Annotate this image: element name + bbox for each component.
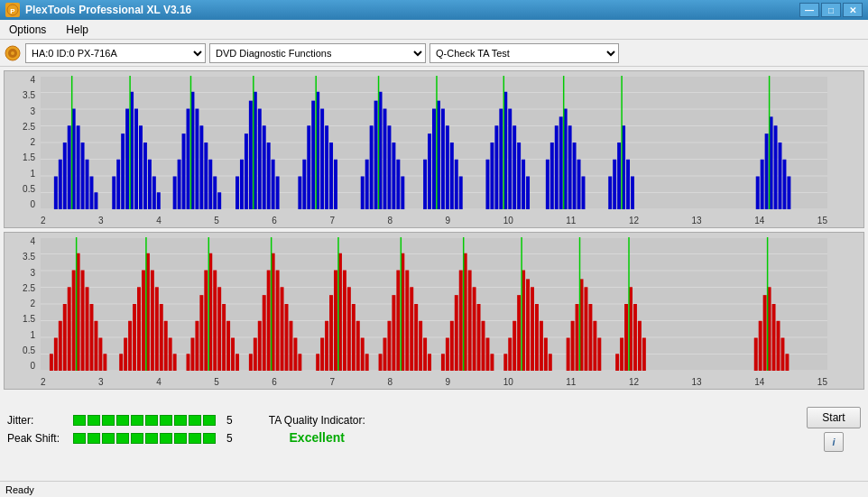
svg-rect-42 [195,109,199,209]
svg-rect-184 [276,271,280,371]
svg-rect-208 [396,271,400,371]
peak-seg-10 [203,433,216,444]
peak-seg-9 [189,433,201,444]
svg-rect-83 [432,109,436,209]
svg-rect-92 [490,143,494,209]
svg-rect-193 [325,321,328,371]
svg-rect-85 [441,109,445,209]
svg-rect-263 [772,304,776,371]
peak-seg-7 [160,433,172,444]
svg-rect-244 [576,304,579,371]
svg-rect-63 [311,101,315,209]
function-select[interactable]: DVD Diagnostic Functions [209,43,426,63]
svg-rect-145 [86,287,89,371]
svg-rect-264 [777,321,780,371]
bottom-panel: Jitter: 5 Peak Shift: [0,393,868,465]
drive-select[interactable]: HA:0 ID:0 PX-716A [25,43,206,63]
start-button[interactable]: Start [807,407,861,428]
peak-seg-1 [73,433,86,444]
svg-rect-233 [517,295,521,371]
svg-rect-50 [240,160,244,209]
svg-rect-77 [392,143,395,209]
svg-rect-141 [68,287,71,371]
ta-quality-value: Excellent [290,430,345,445]
svg-rect-47 [217,192,221,209]
svg-rect-114 [617,143,621,209]
svg-rect-265 [780,337,784,371]
svg-rect-160 [160,304,163,371]
svg-rect-153 [128,321,132,371]
svg-rect-266 [785,354,789,371]
svg-rect-14 [54,176,58,209]
svg-rect-116 [626,160,630,209]
svg-rect-79 [401,176,404,209]
svg-rect-30 [134,109,138,209]
svg-rect-146 [90,304,94,371]
svg-rect-19 [77,125,80,209]
menu-help[interactable]: Help [60,22,94,38]
svg-rect-192 [320,337,324,371]
svg-rect-45 [208,160,212,209]
close-button[interactable]: ✕ [843,3,863,17]
svg-rect-168 [199,295,203,371]
jitter-label: Jitter: [7,414,66,427]
svg-rect-25 [112,176,115,209]
svg-rect-174 [226,321,230,371]
window-controls: — □ ✕ [799,3,863,17]
svg-rect-236 [531,287,534,371]
svg-rect-149 [103,354,106,371]
svg-rect-72 [370,125,374,209]
peak-shift-label: Peak Shift: [7,432,66,445]
svg-rect-15 [59,160,62,209]
svg-rect-231 [508,337,512,371]
bottom-chart-y-axis: 4 3.5 3 2.5 2 1.5 1 0.5 0 [5,237,39,371]
svg-rect-261 [763,295,767,371]
svg-rect-70 [361,176,365,209]
svg-rect-182 [267,271,271,371]
svg-rect-98 [517,143,521,209]
svg-rect-100 [526,176,530,209]
svg-rect-107 [568,125,572,209]
svg-rect-224 [473,287,476,371]
svg-rect-187 [289,321,292,371]
jitter-seg-1 [73,415,86,426]
svg-rect-253 [624,304,628,371]
test-select[interactable]: Q-Check TA Test [429,43,619,63]
svg-rect-57 [272,160,275,209]
svg-rect-35 [157,192,161,209]
peak-shift-value: 5 [226,432,233,445]
ta-quality-section: TA Quality Indicator: Excellent [269,414,365,445]
svg-rect-175 [231,337,235,371]
svg-rect-138 [54,337,58,371]
svg-rect-31 [139,125,143,209]
maximize-button[interactable]: □ [821,3,841,17]
svg-rect-239 [544,337,548,371]
main-content: 4 3.5 3 2.5 2 1.5 1 0.5 0 [0,67,868,393]
svg-rect-99 [522,160,525,209]
svg-rect-191 [316,354,319,371]
drive-icon [4,44,22,62]
svg-rect-217 [441,354,445,371]
jitter-seg-10 [203,415,216,426]
menu-options[interactable]: Options [4,22,51,38]
svg-rect-255 [633,304,637,371]
svg-rect-34 [152,176,156,209]
svg-rect-219 [450,321,454,371]
svg-rect-240 [549,354,552,371]
menu-bar: Options Help [0,20,868,40]
svg-rect-142 [72,271,76,371]
svg-rect-39 [182,133,186,209]
svg-rect-46 [213,176,217,209]
svg-rect-105 [559,116,563,209]
status-bar: Ready [0,481,868,497]
bottom-chart-inner [41,237,827,371]
svg-rect-171 [213,271,217,371]
svg-rect-197 [343,271,346,371]
svg-rect-237 [535,304,539,371]
minimize-button[interactable]: — [799,3,819,17]
svg-rect-235 [526,279,530,371]
svg-rect-207 [392,295,395,371]
info-button[interactable]: i [824,432,844,452]
jitter-seg-7 [160,415,172,426]
svg-rect-155 [137,287,141,371]
